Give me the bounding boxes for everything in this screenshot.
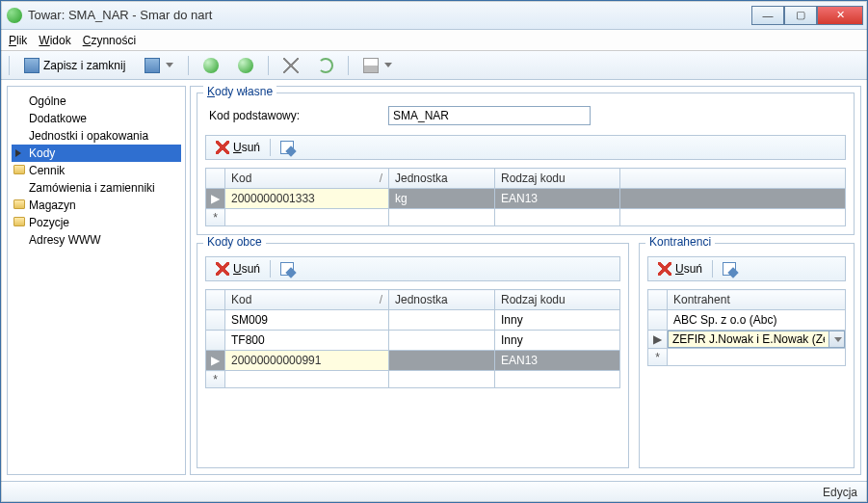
group-foreign-codes: Kody obce Usuń Kod/ Jednost <box>197 243 629 468</box>
cell-jednostka[interactable] <box>389 331 495 351</box>
cell-rodzaj[interactable]: EAN13 <box>495 189 620 209</box>
refresh-icon <box>318 58 333 73</box>
app-icon <box>7 8 22 23</box>
close-button[interactable]: ✕ <box>817 6 863 25</box>
tools-button[interactable] <box>276 55 305 76</box>
edit-icon <box>280 141 294 154</box>
sidebar-item-ogolne[interactable]: Ogólne <box>12 93 181 110</box>
contractors-toolbar: Usuń <box>647 256 846 281</box>
save-and-close-label: Zapisz i zamknij <box>43 59 125 72</box>
cell-rodzaj[interactable]: EAN13 <box>495 351 620 371</box>
sidebar-item-cennik[interactable]: Cennik <box>12 162 181 179</box>
cell-jednostka[interactable]: kg <box>389 189 495 209</box>
save-icon <box>24 58 39 73</box>
sidebar-item-jednostki[interactable]: Jednostki i opakowania <box>12 127 181 145</box>
table-row[interactable]: TF800 Inny <box>206 331 620 351</box>
foreign-codes-delete-button[interactable]: Usuń <box>212 260 264 278</box>
table-row[interactable]: ▶ 2000000001333 kg EAN13 <box>206 189 846 209</box>
folder-icon <box>13 217 25 226</box>
cell-jednostka[interactable] <box>389 310 495 331</box>
nav-forward-button[interactable] <box>231 55 260 76</box>
own-codes-edit-button[interactable] <box>276 139 298 156</box>
basic-code-input[interactable] <box>388 106 591 125</box>
save-and-close-button[interactable]: Zapisz i zamknij <box>17 55 132 76</box>
titlebar: Towar: SMA_NAR - Smar do nart — ▢ ✕ <box>1 1 867 30</box>
table-row[interactable]: SM009 Inny <box>206 310 620 331</box>
col-rodzaj[interactable]: Rodzaj kodu <box>495 169 620 189</box>
cell-rodzaj[interactable]: Inny <box>495 310 620 331</box>
back-icon <box>203 58 219 73</box>
toolbar: Zapisz i zamknij <box>1 51 867 80</box>
cell-rodzaj[interactable]: Inny <box>495 331 620 351</box>
edit-icon <box>723 262 736 276</box>
window-title: Towar: SMA_NAR - Smar do nart <box>28 8 751 22</box>
table-new-row[interactable]: * <box>648 349 846 366</box>
own-codes-toolbar: Usuń <box>205 135 846 160</box>
contractors-grid[interactable]: Kontrahent ABC Sp. z o.o (Abc) ▶ <box>647 289 846 366</box>
col-kod[interactable]: Kod/ <box>225 169 389 189</box>
print-button[interactable] <box>356 55 399 76</box>
table-new-row[interactable]: * <box>206 371 620 388</box>
sidebar-item-dodatkowe[interactable]: Dodatkowe <box>12 110 181 127</box>
contractors-edit-button[interactable] <box>719 260 740 278</box>
cell-kontrahent[interactable]: ABC Sp. z o.o (Abc) <box>668 310 846 331</box>
sidebar-item-magazyn[interactable]: Magazyn <box>12 197 181 214</box>
col-kontrahent[interactable]: Kontrahent <box>668 290 846 310</box>
own-codes-delete-button[interactable]: Usuń <box>212 139 264 156</box>
sidebar: Ogólne Dodatkowe Jednostki i opakowania … <box>7 86 186 475</box>
sidebar-item-adresy[interactable]: Adresy WWW <box>12 231 181 249</box>
main-panel: Kody własne Kod podstawowy: Usuń <box>190 86 861 475</box>
delete-icon <box>216 141 229 154</box>
refresh-button[interactable] <box>311 55 340 76</box>
contractor-dropdown-input[interactable] <box>668 331 829 348</box>
save-button[interactable] <box>138 55 180 76</box>
status-mode: Edycja <box>823 486 857 499</box>
cell-kod[interactable]: 2000000001333 <box>225 189 389 209</box>
folder-icon <box>13 165 25 174</box>
cell-jednostka[interactable] <box>389 351 495 371</box>
print-icon <box>363 58 379 73</box>
cell-kod[interactable]: 20000000000991 <box>225 351 389 371</box>
grid-header: Kontrahent <box>648 290 846 310</box>
sidebar-item-zamowienia[interactable]: Zamówienia i zamienniki <box>12 179 181 197</box>
tools-icon <box>283 58 299 73</box>
maximize-button[interactable]: ▢ <box>784 6 817 25</box>
table-row[interactable]: ▶ 20000000000991 EAN13 <box>206 351 620 371</box>
table-row[interactable]: ABC Sp. z o.o (Abc) <box>648 310 846 331</box>
disk-icon <box>145 58 160 73</box>
col-kod[interactable]: Kod/ <box>225 290 389 310</box>
minimize-button[interactable]: — <box>751 6 784 25</box>
contractors-delete-button[interactable]: Usuń <box>654 260 706 278</box>
table-new-row[interactable]: * <box>206 209 846 226</box>
sidebar-item-kody[interactable]: Kody <box>12 145 181 162</box>
contractor-dropdown-button[interactable] <box>829 331 845 348</box>
menu-file[interactable]: Plik <box>9 34 27 47</box>
statusbar: Edycja <box>1 481 867 502</box>
cell-kod[interactable]: TF800 <box>225 331 389 351</box>
grid-header: Kod/ Jednostka Rodzaj kodu <box>206 169 846 189</box>
cell-kod[interactable]: SM009 <box>225 310 389 331</box>
foreign-codes-toolbar: Usuń <box>205 256 620 281</box>
grid-header: Kod/ Jednostka Rodzaj kodu <box>206 290 620 310</box>
basic-code-label: Kod podstawowy: <box>205 109 388 122</box>
caret-icon <box>384 63 392 67</box>
menu-actions[interactable]: Czynności <box>83 34 136 47</box>
nav-back-button[interactable] <box>197 55 225 76</box>
col-jednostka[interactable]: Jednostka <box>389 290 495 310</box>
foreign-codes-grid[interactable]: Kod/ Jednostka Rodzaj kodu SM009 Inny <box>205 289 620 388</box>
caret-icon <box>166 63 173 67</box>
own-codes-grid[interactable]: Kod/ Jednostka Rodzaj kodu ▶ 20000000013… <box>205 168 846 226</box>
caret-icon <box>834 337 842 342</box>
col-jednostka[interactable]: Jednostka <box>389 169 495 189</box>
menubar: Plik Widok Czynności <box>1 30 867 51</box>
sidebar-item-pozycje[interactable]: Pozycje <box>12 214 181 231</box>
group-own-codes: Kody własne Kod podstawowy: Usuń <box>197 93 855 235</box>
foreign-codes-legend: Kody obce <box>203 235 266 249</box>
col-rodzaj[interactable]: Rodzaj kodu <box>495 290 620 310</box>
delete-icon <box>658 262 671 276</box>
group-contractors: Kontrahenci Usuń Kontrahent <box>639 243 855 468</box>
table-row[interactable]: ▶ <box>648 331 846 349</box>
menu-view[interactable]: Widok <box>39 34 70 47</box>
contractors-legend: Kontrahenci <box>645 235 715 249</box>
foreign-codes-edit-button[interactable] <box>276 260 298 278</box>
